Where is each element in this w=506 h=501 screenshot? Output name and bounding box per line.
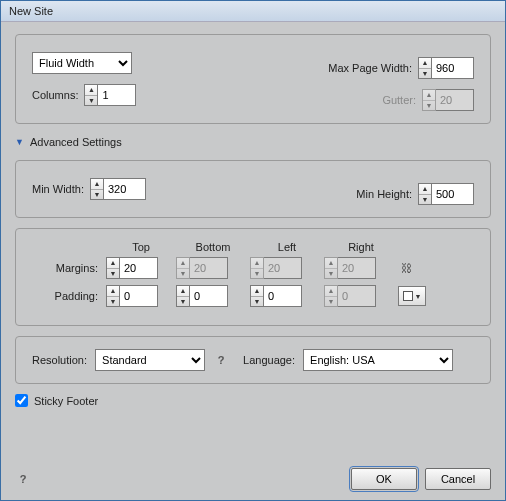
padding-top-input[interactable]: [120, 285, 158, 307]
resolution-select[interactable]: Standard: [95, 349, 205, 371]
margin-bottom-input: [190, 257, 228, 279]
help-icon[interactable]: ?: [213, 352, 229, 368]
padding-right-input: [338, 285, 376, 307]
margin-bottom-stepper: ▲▼: [176, 257, 250, 279]
disclosure-triangle-icon[interactable]: ▼: [15, 137, 24, 147]
titlebar: New Site: [1, 1, 505, 22]
header-right: Right: [324, 241, 398, 253]
header-bottom: Bottom: [176, 241, 250, 253]
dialog-footer: ? OK Cancel: [1, 468, 505, 500]
stepper-buttons: ▲▼: [422, 89, 436, 111]
box-headers: Top Bottom Left Right: [32, 241, 474, 253]
ok-button[interactable]: OK: [351, 468, 417, 490]
margins-label: Margins:: [32, 262, 106, 274]
width-mode-select[interactable]: Fluid Width: [32, 52, 132, 74]
dialog-new-site: New Site Fluid Width Max Page Width: ▲▼: [0, 0, 506, 501]
chevron-down-icon: ▼: [415, 293, 422, 300]
fill-color-button[interactable]: ▼: [398, 286, 426, 306]
columns-stepper[interactable]: ▲▼: [84, 84, 136, 106]
stepper-buttons[interactable]: ▲▼: [418, 57, 432, 79]
window-title: New Site: [9, 5, 53, 17]
min-width-stepper[interactable]: ▲▼: [90, 178, 146, 200]
min-width-input[interactable]: [104, 178, 146, 200]
language-label: Language:: [243, 354, 295, 366]
margin-right-stepper: ▲▼: [324, 257, 398, 279]
settings-panel: Resolution: Standard ? Language: English…: [15, 336, 491, 384]
min-height-stepper[interactable]: ▲▼: [418, 183, 474, 205]
min-height-input[interactable]: [432, 183, 474, 205]
margin-left-input: [264, 257, 302, 279]
cancel-button[interactable]: Cancel: [425, 468, 491, 490]
max-page-width-stepper[interactable]: ▲▼: [418, 57, 474, 79]
margin-top-input[interactable]: [120, 257, 158, 279]
language-select[interactable]: English: USA: [303, 349, 453, 371]
max-page-width-label: Max Page Width:: [328, 62, 412, 74]
max-page-width-input[interactable]: [432, 57, 474, 79]
stepper-buttons[interactable]: ▲▼: [84, 84, 98, 106]
header-left: Left: [250, 241, 324, 253]
gutter-input: [436, 89, 474, 111]
sticky-footer-label: Sticky Footer: [34, 395, 98, 407]
min-width-label: Min Width:: [32, 183, 84, 195]
gutter-label: Gutter:: [382, 94, 416, 106]
margins-row: Margins: ▲▼ ▲▼ ▲▼ ▲▼ ⛓: [32, 257, 474, 279]
gutter-stepper: ▲▼: [422, 89, 474, 111]
padding-left-input[interactable]: [264, 285, 302, 307]
link-margins-icon[interactable]: ⛓: [398, 258, 414, 278]
sticky-footer-checkbox[interactable]: [15, 394, 28, 407]
columns-label: Columns:: [32, 89, 78, 101]
padding-bottom-stepper[interactable]: ▲▼: [176, 285, 250, 307]
sticky-footer-check[interactable]: Sticky Footer: [15, 394, 491, 407]
padding-top-stepper[interactable]: ▲▼: [106, 285, 176, 307]
dimensions-panel: Min Width: ▲▼ Min Height: ▲▼: [15, 160, 491, 218]
min-height-label: Min Height:: [356, 188, 412, 200]
columns-input[interactable]: [98, 84, 136, 106]
margin-left-stepper: ▲▼: [250, 257, 324, 279]
padding-bottom-input[interactable]: [190, 285, 228, 307]
padding-right-stepper: ▲▼: [324, 285, 398, 307]
dialog-content: Fluid Width Max Page Width: ▲▼ Columns: …: [1, 22, 505, 468]
margin-right-input: [338, 257, 376, 279]
swatch-icon: [403, 291, 413, 301]
help-icon[interactable]: ?: [15, 471, 31, 487]
stepper-buttons[interactable]: ▲▼: [418, 183, 432, 205]
advanced-header[interactable]: ▼ Advanced Settings: [15, 136, 491, 148]
box-panel: Top Bottom Left Right Margins: ▲▼ ▲▼ ▲▼ …: [15, 228, 491, 326]
header-top: Top: [106, 241, 176, 253]
padding-row: Padding: ▲▼ ▲▼ ▲▼ ▲▼ ▼: [32, 285, 474, 307]
padding-left-stepper[interactable]: ▲▼: [250, 285, 324, 307]
padding-label: Padding:: [32, 290, 106, 302]
layout-panel: Fluid Width Max Page Width: ▲▼ Columns: …: [15, 34, 491, 124]
resolution-label: Resolution:: [32, 354, 87, 366]
advanced-heading: Advanced Settings: [30, 136, 122, 148]
margin-top-stepper[interactable]: ▲▼: [106, 257, 176, 279]
stepper-buttons[interactable]: ▲▼: [90, 178, 104, 200]
